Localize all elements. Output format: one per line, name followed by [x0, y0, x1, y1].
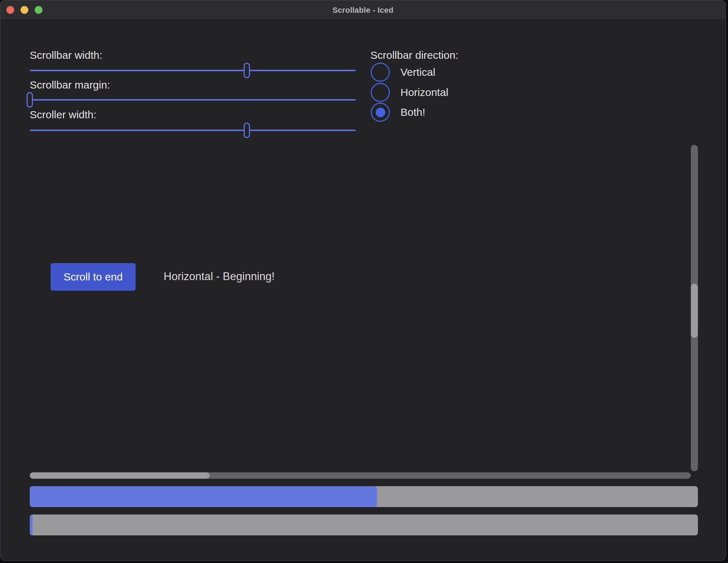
scroller-width-label: Scroller width: [30, 109, 96, 121]
scrollbar-margin-label: Scrollbar margin: [30, 79, 110, 91]
radio-horizontal[interactable]: Horizontal [371, 83, 448, 102]
window-title: Scrollable - Iced [0, 0, 726, 20]
scrollbar-width-slider[interactable] [30, 63, 356, 78]
horizontal-scrollbar-thumb[interactable] [30, 472, 210, 479]
radio-vertical-label: Vertical [400, 66, 435, 78]
app-window: Scrollable - Iced Scrollbar width: Scrol… [0, 0, 726, 561]
scroll-to-end-button[interactable]: Scroll to end [51, 263, 136, 291]
radio-both[interactable]: Both! [371, 103, 425, 122]
slider-track [30, 130, 356, 131]
radio-horizontal-label: Horizontal [400, 86, 448, 98]
slider-thumb[interactable] [244, 63, 250, 78]
radio-vertical[interactable]: Vertical [371, 63, 435, 82]
radio-circle-icon[interactable] [371, 63, 390, 82]
horizontal-progress-bar [30, 486, 698, 507]
radio-both-label: Both! [400, 106, 425, 118]
vertical-scrollbar[interactable] [691, 145, 698, 471]
slider-thumb[interactable] [27, 92, 33, 108]
radio-circle-icon[interactable] [371, 83, 390, 102]
titlebar[interactable]: Scrollable - Iced [0, 0, 726, 20]
scroller-width-slider[interactable] [30, 123, 356, 138]
vertical-progress-fill [30, 514, 33, 535]
scrollbar-margin-slider[interactable] [30, 92, 356, 108]
scrollbar-width-label: Scrollbar width: [30, 49, 102, 61]
horizontal-scrollbar[interactable] [30, 472, 691, 479]
scroll-status-text: Horizontal - Beginning! [164, 270, 275, 283]
vertical-progress-bar [30, 514, 698, 535]
vertical-scrollbar-thumb[interactable] [691, 284, 698, 338]
horizontal-progress-fill [30, 486, 377, 507]
radio-circle-icon[interactable] [371, 103, 390, 122]
slider-thumb[interactable] [244, 123, 250, 138]
scrollbar-direction-label: Scrollbar direction: [370, 49, 458, 61]
slider-track [30, 99, 356, 101]
radio-selected-dot [376, 108, 385, 117]
slider-track [30, 70, 356, 71]
